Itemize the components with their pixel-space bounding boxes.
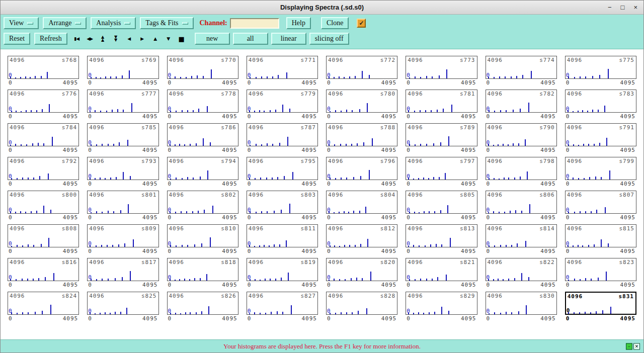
spectrum-panel[interactable]: 4096 s825 0 0 4095 [87,292,158,321]
toolbar-checkbox[interactable]: ✓ [357,19,366,28]
spectrum-panel[interactable]: 4096 s791 0 0 4095 [565,123,636,153]
spectrum-panel[interactable]: 4096 s774 0 0 4095 [486,56,557,85]
spectrum-pane[interactable]: 4096 s812 0 [326,224,397,247]
spectrum-pane[interactable]: 4096 s791 0 [565,123,636,146]
nav-page-down-button[interactable]: ▼▼ [111,34,121,44]
slicing-off-button[interactable]: slicing off [309,33,349,45]
spectrum-panel[interactable]: 4096 s807 0 0 4095 [565,191,636,220]
spectrum-panel[interactable]: 4096 s800 0 0 4095 [8,191,79,220]
spectrum-pane[interactable]: 4096 s780 0 [326,90,397,113]
reset-button[interactable]: Reset [4,33,30,45]
spectrum-pane[interactable]: 4096 s804 0 [326,191,397,214]
spectrum-pane[interactable]: 4096 s821 0 [406,258,477,281]
spectrum-pane[interactable]: 4096 s822 0 [486,258,557,281]
spectrum-pane[interactable]: 4096 s798 0 [486,157,557,180]
spectrum-pane[interactable]: 4096 s823 0 [565,258,636,281]
spectrum-pane[interactable]: 4096 s783 0 [565,90,636,113]
spectrum-panel[interactable]: 4096 s822 0 0 4095 [486,258,557,288]
spectrum-panel[interactable]: 4096 s824 0 0 4095 [8,292,79,321]
spectrum-panel[interactable]: 4096 s795 0 0 4095 [247,157,318,187]
spectrum-pane[interactable]: 4096 s814 0 [486,224,557,247]
spectrum-panel[interactable]: 4096 s815 0 0 4095 [565,224,636,254]
spectrum-panel[interactable]: 4096 s790 0 0 4095 [486,123,557,153]
spectrum-panel[interactable]: 4096 s781 0 0 4095 [406,90,477,119]
spectrum-pane[interactable]: 4096 s818 0 [167,258,238,281]
spectrum-panel[interactable]: 4096 s789 0 0 4095 [406,123,477,153]
spectrum-pane[interactable]: 4096 s829 0 [406,292,477,315]
spectrum-pane[interactable]: 4096 s800 0 [8,191,79,214]
spectrum-panel[interactable]: 4096 s798 0 0 4095 [486,157,557,187]
spectrum-pane[interactable]: 4096 s786 0 [167,123,238,146]
nav-expand-button[interactable]: ◀▶ [85,34,95,44]
spectrum-panel[interactable]: 4096 s804 0 0 4095 [326,191,397,220]
spectrum-panel[interactable]: 4096 s776 0 0 4095 [8,90,79,119]
spectrum-panel[interactable]: 4096 s793 0 0 4095 [87,157,158,187]
spectrum-pane[interactable]: 4096 s810 0 [167,224,238,247]
spectrum-pane[interactable]: 4096 s805 0 [406,191,477,214]
spectrum-pane[interactable]: 4096 s828 0 [326,292,397,315]
spectrum-panel[interactable]: 4096 s778 0 0 4095 [167,90,238,119]
spectrum-panel[interactable]: 4096 s780 0 0 4095 [326,90,397,119]
maximize-icon[interactable]: □ [621,4,625,11]
spectrum-panel[interactable]: 4096 s817 0 0 4095 [87,258,158,288]
spectrum-pane[interactable]: 4096 s807 0 [565,191,636,214]
spectrum-panel[interactable]: 4096 s820 0 0 4095 [326,258,397,288]
spectrum-pane[interactable]: 4096 s773 0 [406,56,477,79]
spectrum-pane[interactable]: 4096 s772 0 [326,56,397,79]
spectrum-pane[interactable]: 4096 s825 0 [87,292,158,315]
nav-stop-button[interactable]: ■ [176,34,187,44]
spectrum-panel[interactable]: 4096 s819 0 0 4095 [247,258,318,288]
spectrum-panel[interactable]: 4096 s803 0 0 4095 [247,191,318,220]
channel-input[interactable] [230,18,279,29]
spectrum-panel[interactable]: 4096 s829 0 0 4095 [406,292,477,321]
spectrum-panel[interactable]: 4096 s775 0 0 4095 [565,56,636,85]
spectrum-panel[interactable]: 4096 s828 0 0 4095 [326,292,397,321]
spectrum-pane[interactable]: 4096 s796 0 [326,157,397,180]
nav-right-button[interactable]: ▶ [137,34,147,44]
spectrum-pane[interactable]: 4096 s815 0 [565,224,636,247]
spectrum-panel[interactable]: 4096 s802 0 0 4095 [167,191,238,220]
nav-page-up-button[interactable]: ▲▲ [98,34,108,44]
spectrum-panel[interactable]: 4096 s827 0 0 4095 [247,292,318,321]
spectrum-panel[interactable]: 4096 s811 0 0 4095 [247,224,318,254]
minimize-icon[interactable]: − [608,4,612,11]
spectrum-panel[interactable]: 4096 s813 0 0 4095 [406,224,477,254]
help-button[interactable]: Help [286,17,311,29]
nav-up-button[interactable]: ▲ [150,34,160,44]
spectrum-panel[interactable]: 4096 s794 0 0 4095 [167,157,238,187]
spectrum-panel[interactable]: 4096 s782 0 0 4095 [486,90,557,119]
spectrum-panel[interactable]: 4096 s801 0 0 4095 [87,191,158,220]
clone-button[interactable]: Clone [321,17,349,29]
spectrum-panel[interactable]: 4096 s808 0 0 4095 [8,224,79,254]
spectrum-pane[interactable]: 4096 s817 0 [87,258,158,281]
nav-first-button[interactable]: ▮◀ [71,34,82,44]
spectrum-panel[interactable]: 4096 s826 0 0 4095 [167,292,238,321]
spectrum-pane[interactable]: 4096 s831 0 [565,292,636,315]
spectrum-pane[interactable]: 4096 s785 0 [87,123,158,146]
spectrum-panel[interactable]: 4096 s772 0 0 4095 [326,56,397,85]
spectrum-panel[interactable]: 4096 s777 0 0 4095 [87,90,158,119]
menu-arrange-button[interactable]: Arrange [43,17,87,29]
spectrum-pane[interactable]: 4096 s819 0 [247,258,318,281]
spectrum-panel[interactable]: 4096 s821 0 0 4095 [406,258,477,288]
spectrum-pane[interactable]: 4096 s769 0 [87,56,158,79]
spectrum-panel[interactable]: 4096 s785 0 0 4095 [87,123,158,153]
status-close-icon[interactable]: ✕ [633,343,640,349]
spectrum-pane[interactable]: 4096 s797 0 [406,157,477,180]
spectrum-pane[interactable]: 4096 s792 0 [8,157,79,180]
spectrum-panel[interactable]: 4096 s770 0 0 4095 [167,56,238,85]
spectrum-pane[interactable]: 4096 s803 0 [247,191,318,214]
spectrum-pane[interactable]: 4096 s770 0 [167,56,238,79]
refresh-button[interactable]: Refresh [34,33,67,45]
spectrum-panel[interactable]: 4096 s806 0 0 4095 [486,191,557,220]
spectrum-pane[interactable]: 4096 s806 0 [486,191,557,214]
spectrum-panel[interactable]: 4096 s814 0 0 4095 [486,224,557,254]
spectrum-panel[interactable]: 4096 s810 0 0 4095 [167,224,238,254]
spectrum-pane[interactable]: 4096 s784 0 [8,123,79,146]
spectrum-pane[interactable]: 4096 s777 0 [87,90,158,113]
spectrum-panel[interactable]: 4096 s773 0 0 4095 [406,56,477,85]
spectrum-panel[interactable]: 4096 s812 0 0 4095 [326,224,397,254]
spectrum-panel[interactable]: 4096 s783 0 0 4095 [565,90,636,119]
spectrum-panel[interactable]: 4096 s788 0 0 4095 [326,123,397,153]
spectrum-pane[interactable]: 4096 s830 0 [486,292,557,315]
